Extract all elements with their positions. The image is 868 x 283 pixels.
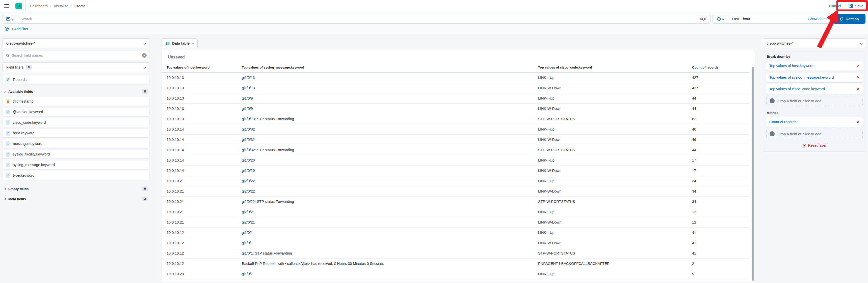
- table-cell-host: 10.0.10.14: [161, 124, 242, 135]
- breakdown-group-label: Break down by: [767, 55, 863, 59]
- table-cell-count: 41: [692, 227, 750, 238]
- field-section-count-badge: 3: [142, 197, 148, 201]
- table-cell-cisco-code: LINK-W-Down: [538, 83, 692, 93]
- metrics-dimension-list: Count of records ✕: [766, 117, 863, 127]
- column-header-count[interactable]: Count of records: [692, 63, 750, 73]
- add-filter-button[interactable]: + Add filter: [11, 27, 28, 31]
- records-label: Records: [13, 78, 27, 82]
- field-list-item[interactable]: type.keyword: [2, 171, 149, 180]
- table-row: 10.0.10.23 gi1/0/7 LINK-I-Up 9: [161, 269, 750, 279]
- refresh-button[interactable]: Refresh: [833, 14, 866, 24]
- cancel-button[interactable]: Cancel: [829, 4, 841, 8]
- available-fields-toggle[interactable]: Available fields 8: [2, 88, 149, 95]
- table-scrollbar[interactable]: [752, 67, 754, 281]
- remove-dimension-icon[interactable]: ✕: [854, 75, 860, 80]
- field-list-item[interactable]: cisco_code.keyword: [2, 118, 149, 127]
- remove-metric-icon[interactable]: ✕: [854, 120, 860, 124]
- table-cell-count: 41: [692, 238, 750, 248]
- time-picker-quick-menu-button[interactable]: [713, 14, 728, 24]
- metric-chip[interactable]: Count of records ✕: [766, 117, 863, 127]
- field-list-item[interactable]: host.keyword: [2, 129, 149, 137]
- field-list-item[interactable]: syslog_message.keyword: [2, 161, 149, 169]
- field-list-item[interactable]: syslog_facility.keyword: [2, 150, 149, 158]
- table-cell-syslog-message: gi2/0/22: [242, 176, 538, 186]
- table-row: 10.0.10.21 gi2/0/22: STP status Forwardi…: [161, 197, 750, 207]
- dimension-chip[interactable]: Top values of host.keyword ✕: [766, 61, 863, 71]
- field-panel: cisco-switches-* ✕ Field filters 0 Recor…: [2, 38, 149, 282]
- table-cell-host: 10.0.10.13: [161, 114, 242, 124]
- table-cell-host: 10.0.10.12: [161, 258, 242, 269]
- save-button[interactable]: Save: [848, 4, 864, 8]
- breadcrumb-dashboard[interactable]: Dashboard: [30, 4, 48, 8]
- chevron-down-icon: [722, 17, 724, 20]
- layer-index-pattern-select[interactable]: cisco-switches-*: [763, 38, 866, 48]
- breakdown-drop-zone[interactable]: + Drop a field or click to add: [766, 96, 863, 106]
- reset-layer-button[interactable]: Reset layer: [766, 143, 863, 147]
- saved-query-menu-button[interactable]: [3, 14, 17, 24]
- search-query-input[interactable]: [17, 14, 696, 24]
- clear-search-icon[interactable]: ✕: [142, 53, 147, 58]
- save-button-label: Save: [855, 4, 864, 8]
- metrics-drop-zone[interactable]: + Drop a field or click to add: [766, 129, 863, 139]
- reset-layer-label: Reset layer: [808, 143, 826, 147]
- field-list: @timestamp @version.keyword cisco_code.k…: [2, 97, 149, 180]
- field-section-toggle[interactable]: Empty fields 0: [2, 185, 149, 192]
- field-search-input[interactable]: [11, 54, 140, 58]
- table-cell-cisco-code: LINK-W-Down: [538, 104, 692, 114]
- table-row: 10.0.10.21 gi2/0/22 LINK-W-Down 34: [161, 186, 750, 197]
- dimension-label: Top values of syslog_message.keyword: [769, 75, 834, 79]
- field-list-item[interactable]: message.keyword: [2, 139, 149, 148]
- field-section-label: Meta fields: [8, 197, 26, 201]
- index-pattern-select[interactable]: cisco-switches-*: [2, 38, 149, 48]
- results-table: Top values of host.keyword Top values of…: [161, 63, 750, 279]
- table-cell-host: 10.0.10.12: [161, 248, 242, 258]
- dimension-chip[interactable]: Top values of syslog_message.keyword ✕: [766, 73, 863, 82]
- time-range-value[interactable]: Last 1 hour: [728, 17, 754, 21]
- refresh-icon: [840, 17, 843, 21]
- table-cell-count: 17: [692, 155, 750, 166]
- table-cell-host: 10.0.10.21: [161, 197, 242, 207]
- table-cell-syslog-message: gi1/0/13: STP status Forwarding: [242, 114, 538, 124]
- table-cell-count: 82: [692, 114, 750, 124]
- field-name: @timestamp: [13, 99, 34, 103]
- chevron-down-icon: [144, 66, 146, 69]
- column-header-cisco-code[interactable]: Top values of cisco_code.keyword: [538, 63, 692, 73]
- table-cell-syslog-message: gi1/0/1: [242, 227, 538, 238]
- field-filters-toggle[interactable]: Field filters 0: [2, 63, 149, 72]
- column-header-syslog-message[interactable]: Top values of syslog_message.keyword: [242, 63, 538, 73]
- table-row: 10.0.10.21 gi2/0/21 LINK-W-Down 12: [161, 217, 750, 227]
- space-logo[interactable]: D: [16, 3, 22, 9]
- table-cell-cisco-code: LINK-I-Up: [538, 176, 692, 186]
- layer-card: Break down by Top values of host.keyword…: [763, 51, 866, 152]
- breadcrumb-visualize[interactable]: Visualize: [54, 4, 68, 8]
- collapsed-field-sections: Empty fields 0 Meta fields 3: [2, 185, 149, 202]
- field-name: message.keyword: [13, 142, 42, 146]
- table-cell-cisco-code: LINK-I-Up: [538, 73, 692, 83]
- remove-dimension-icon[interactable]: ✕: [854, 87, 860, 91]
- index-pattern-label: cisco-switches-*: [6, 41, 35, 45]
- table-row: 10.0.10.13 gi1/0/13 LINK-W-Down 427: [161, 83, 750, 93]
- table-row: 10.0.10.13 gi1/0/9 LINK-I-Up 44: [161, 93, 750, 104]
- remove-dimension-icon[interactable]: ✕: [854, 64, 860, 68]
- show-dates-button[interactable]: Show dates: [805, 17, 831, 21]
- field-name: @version.keyword: [13, 110, 43, 114]
- dimension-chip[interactable]: Top values of cisco_code.keyword ✕: [766, 84, 863, 94]
- table-row: 10.0.10.14 gi1/0/20 LINK-I-Up 17: [161, 155, 750, 166]
- column-header-host[interactable]: Top values of host.keyword: [161, 63, 242, 73]
- layer-config-panel: cisco-switches-* Break down by Top value…: [763, 38, 866, 282]
- menu-button[interactable]: [1, 0, 11, 12]
- records-field-item[interactable]: Records: [2, 75, 149, 84]
- data-table-icon: [165, 41, 169, 46]
- table-row: 10.0.10.14 gi1/0/32 LINK-W-Down 46: [161, 135, 750, 145]
- app-header: D Dashboard / Visualize / Create Cancel …: [0, 0, 868, 12]
- field-list-item[interactable]: @version.keyword: [2, 108, 149, 116]
- table-cell-cisco-code: PNPAGENT-I-BACKOFFCALLBACKAFTER: [538, 258, 692, 269]
- chart-type-switcher[interactable]: Data table: [161, 38, 198, 48]
- field-section-toggle[interactable]: Meta fields 3: [2, 196, 149, 202]
- field-type-icon: [5, 141, 10, 146]
- kql-language-button[interactable]: KQL: [696, 14, 710, 24]
- table-cell-cisco-code: LINK-W-Down: [538, 135, 692, 145]
- table-cell-host: 10.0.10.13: [161, 83, 242, 93]
- field-list-item[interactable]: @timestamp: [2, 97, 149, 106]
- table-cell-syslog-message: gi2/0/22: [242, 186, 538, 197]
